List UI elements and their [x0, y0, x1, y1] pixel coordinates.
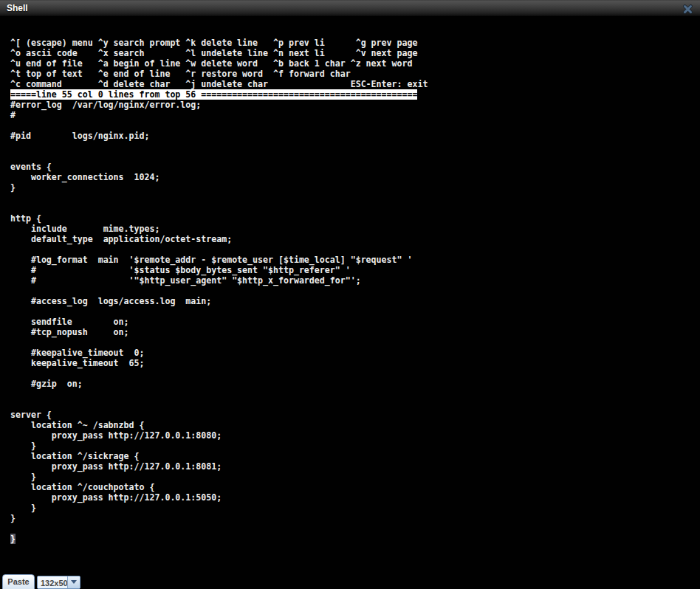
terminal-screen[interactable]: ^[ (escape) menu ^y search prompt ^k del…	[0, 17, 700, 589]
editor-status-line: =====line 55 col 0 lines from top 56 ===…	[10, 89, 417, 100]
nginx-config-text: #error_log /var/log/nginx/error.log; # #…	[10, 100, 412, 523]
terminal-size-combo[interactable]: 132x50	[37, 576, 80, 589]
paste-button[interactable]: Paste	[2, 574, 35, 589]
terminal-size-value: 132x50	[38, 576, 67, 588]
titlebar[interactable]: Shell	[0, 0, 700, 17]
window-title: Shell	[7, 3, 28, 14]
paste-button-label: Paste	[7, 577, 29, 586]
editor-help-text: ^[ (escape) menu ^y search prompt ^k del…	[10, 38, 428, 89]
chevron-down-icon	[71, 580, 77, 587]
combo-trigger-button[interactable]	[67, 576, 80, 588]
editor-view: ^[ (escape) menu ^y search prompt ^k del…	[0, 17, 700, 544]
close-icon[interactable]	[683, 4, 693, 13]
terminal-cursor: }	[10, 534, 16, 544]
